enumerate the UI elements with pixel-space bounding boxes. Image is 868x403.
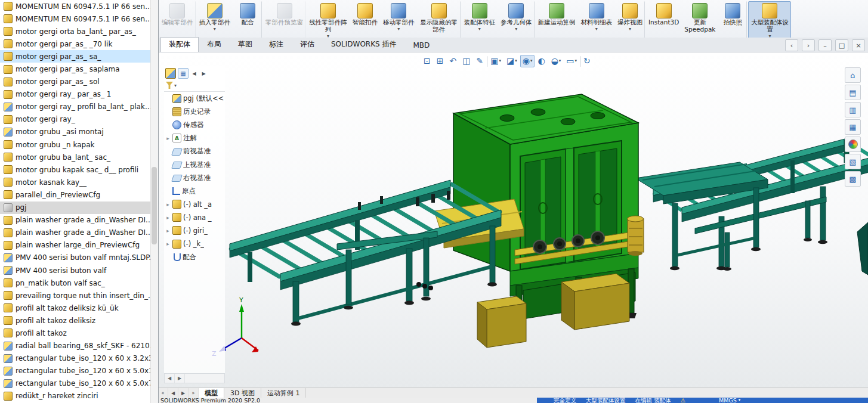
panel-prev-arrow[interactable]: ◀ (190, 69, 198, 78)
tree-item[interactable]: 配合 (164, 250, 225, 264)
first-tab-button[interactable]: « (158, 388, 168, 398)
solidworks-forum-icon[interactable]: ▩ (845, 171, 861, 187)
command-tab[interactable]: 草图 (230, 37, 261, 52)
list-item[interactable]: rectangular tube_iso_120 x 60 x 3.2x3... (0, 352, 158, 365)
list-item[interactable]: plain washer grade a_din_Washer DI... (0, 227, 158, 239)
ribbon-button[interactable]: 更新 Speedpak (682, 1, 718, 39)
heads-up-button[interactable] (487, 56, 487, 67)
tree-filter[interactable]: ▾ (164, 80, 225, 92)
file-list-scrollbar[interactable] (150, 0, 158, 403)
ribbon-button[interactable]: 显示隐藏的零部件 (418, 1, 461, 39)
list-item[interactable]: motor kasnak kay__ (0, 176, 158, 188)
tree-item[interactable]: 前视基准 (164, 145, 225, 158)
ribbon-button[interactable]: 爆炸视图 ▾ (615, 1, 645, 39)
ribbon-button[interactable]: 参考几何体 ▾ (498, 1, 535, 39)
display-pane-tab[interactable]: ▦ (178, 68, 189, 79)
featuremanager-tab[interactable] (165, 68, 176, 79)
edge-part-3d[interactable] (857, 222, 868, 275)
display-style-icon[interactable]: ◪ ▾ (504, 55, 520, 67)
tree-item[interactable]: 传感器 (164, 118, 225, 131)
list-item[interactable]: MOMENTUM EN 60947.5.1 IP 66 sen... (0, 0, 158, 13)
list-item[interactable]: redükt_r hareket zinciri (0, 390, 158, 402)
minimize-button[interactable]: – (818, 39, 832, 51)
scroll-left-button[interactable]: ◀ (165, 374, 175, 383)
list-item[interactable]: motor grubu _n kapak (0, 138, 158, 151)
undock-left-icon[interactable]: ‹ (785, 39, 798, 51)
list-item[interactable]: parallel_din_PreviewCfg (0, 188, 158, 201)
close-button[interactable]: × (852, 39, 865, 51)
list-item[interactable]: motor gergi par_as_ saplama (0, 63, 158, 75)
expand-caret-icon[interactable]: ▸ (165, 241, 171, 247)
list-item[interactable]: rectangular tube_iso_120 x 60 x 5.0x7... (0, 377, 158, 390)
list-item[interactable]: PMV 400 serisi buton valf (0, 264, 158, 277)
graphics-viewport[interactable]: Y Z ⊡ ⊞ ↶ ◫ (158, 52, 868, 388)
ribbon-button[interactable]: 线性零部件阵列 ▾ (307, 1, 350, 39)
list-item[interactable]: motor grubu kapak sac_ d__ profili (0, 163, 158, 176)
rotate-view-icon[interactable]: ↻ (581, 55, 594, 67)
view-orientation-icon[interactable]: ▣ ▾ (488, 55, 503, 67)
ribbon-button[interactable]: 编辑零部件 (159, 1, 196, 39)
last-tab-button[interactable]: » (189, 388, 199, 398)
list-item[interactable]: rectangular tube_iso_120 x 60 x 5.0x1... (0, 365, 158, 377)
document-tab[interactable]: 模型 (199, 388, 224, 398)
expand-caret-icon[interactable]: ▸ (165, 228, 171, 234)
scrollbar-thumb[interactable] (152, 167, 157, 244)
document-tab[interactable]: 运动算例 1 (261, 388, 307, 398)
list-item[interactable]: pgj (0, 202, 158, 214)
tree-horizontal-scrollbar[interactable]: ◀ ▶ (164, 373, 225, 383)
ribbon-button[interactable]: 大型装配体设置 ▾ (748, 1, 791, 39)
zoom-to-fit-icon[interactable]: ⊡ (421, 55, 434, 67)
tree-item[interactable]: ▸ (-) giri_ (164, 224, 225, 237)
right-conveyor-3d[interactable] (653, 138, 868, 271)
command-tab[interactable]: SOLIDWORKS 插件 (323, 37, 404, 52)
assembly-3d-model[interactable]: Y Z (158, 52, 868, 388)
list-item[interactable]: motor gergi par_as_ sol (0, 76, 158, 88)
tree-item[interactable]: 历史记录 (164, 105, 225, 118)
design-library-icon[interactable]: ▤ (845, 85, 861, 100)
ribbon-button[interactable]: 新建运动算例 (536, 1, 578, 39)
view-settings-icon[interactable]: ▭ ▾ (564, 55, 579, 67)
ribbon-button[interactable]: Instant3D (646, 1, 681, 39)
dynamic-annotation-views-icon[interactable]: ✎ (474, 55, 486, 67)
ribbon-button[interactable]: 装配体特征 ▾ (462, 1, 498, 39)
list-item[interactable]: motor gergi ray_ (0, 113, 158, 126)
list-item[interactable]: motor gergi par_as_ sa_ (0, 50, 158, 63)
previous-view-icon[interactable]: ↶ (447, 55, 459, 67)
ribbon-button[interactable]: 零部件预览窗 (263, 1, 305, 39)
list-item[interactable]: radial ball bearing_68_skf_SKF - 6210... (0, 340, 158, 352)
expand-caret-icon[interactable]: ▸ (165, 215, 171, 221)
zoom-to-area-icon[interactable]: ⊞ (434, 55, 447, 67)
appearances-scenes-icon[interactable] (845, 137, 861, 152)
scroll-track[interactable] (185, 374, 224, 383)
solidworks-resources-icon[interactable]: ⌂ (845, 67, 861, 83)
panel-next-arrow[interactable]: ▶ (200, 69, 208, 78)
scroll-right-button[interactable]: ▶ (175, 374, 185, 383)
tree-item[interactable]: 上视基准 (164, 158, 225, 171)
list-item[interactable]: pn_matik buton valf sac_ (0, 277, 158, 289)
expand-caret-icon[interactable]: ▸ (165, 135, 171, 141)
file-explorer-icon[interactable]: ▥ (845, 102, 861, 117)
list-item[interactable]: MOMENTUM EN 60947.5.1 IP 66 sen... (0, 13, 158, 25)
list-item[interactable]: plain washer grade a_din_Washer DI... (0, 214, 158, 227)
list-item[interactable]: motor grubu _asi montaj (0, 126, 158, 138)
heads-up-button[interactable] (580, 56, 580, 67)
section-view-icon[interactable]: ◫ (460, 55, 473, 67)
custom-properties-icon[interactable]: ▧ (845, 154, 861, 169)
list-item[interactable]: PMV 400 serisi buton valf mntaj.SLDP... (0, 252, 158, 264)
expand-caret-icon[interactable]: ▸ (165, 202, 171, 207)
command-tab[interactable]: 布局 (199, 37, 230, 52)
command-tab[interactable]: 装配体 (160, 37, 199, 52)
edit-appearance-icon[interactable]: ◐ (535, 55, 548, 67)
ribbon-button[interactable]: 材料明细表 ▾ (579, 1, 615, 39)
undock-right-icon[interactable]: › (802, 39, 815, 51)
hide-show-items-icon[interactable]: ◉ ▾ (520, 55, 535, 67)
list-item[interactable]: plain washer large_din_PreviewCfg (0, 239, 158, 252)
command-tab[interactable]: MBD (404, 39, 438, 52)
ribbon-button[interactable]: 配合 (233, 1, 262, 39)
ribbon-button[interactable]: 智能扣件 (350, 1, 380, 39)
tree-item[interactable]: pgj (默认<< (164, 92, 225, 105)
document-tab[interactable]: 3D 视图 (224, 388, 261, 398)
view-palette-icon[interactable]: ▦ (845, 119, 861, 135)
apply-scene-icon[interactable]: ◒ ▾ (549, 55, 564, 67)
tree-item[interactable]: ▸ 注解 (164, 132, 225, 145)
